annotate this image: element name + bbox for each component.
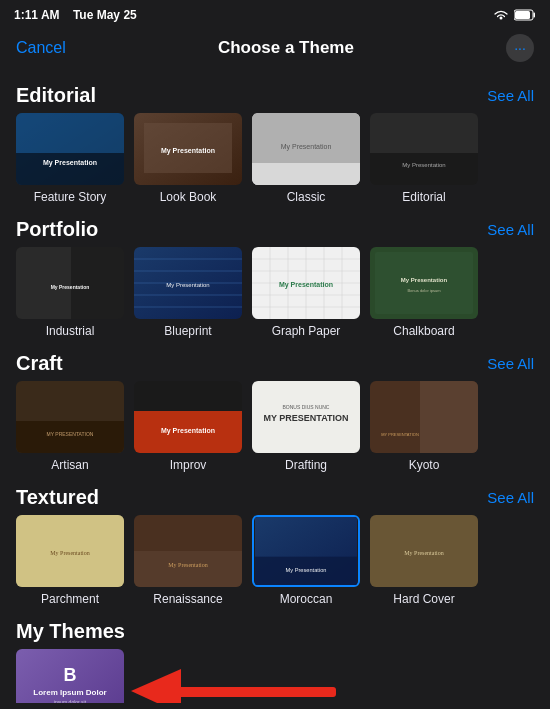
section-textured-see-all[interactable]: See All [487,489,534,506]
svg-rect-1 [534,13,536,18]
theme-blueprint[interactable]: My Presentation Blueprint [134,247,242,338]
thumb-moroccan: My Presentation [252,515,360,587]
theme-moroccan[interactable]: My Presentation Moroccan [252,515,360,606]
thumb-feature-story: My Presentation [16,113,124,185]
svg-text:My Presentation: My Presentation [168,562,208,568]
svg-text:My Presentation: My Presentation [402,162,445,168]
theme-classic-label: Classic [287,190,326,204]
nav-bar: Cancel Choose a Theme ··· [0,28,550,70]
svg-text:BONUS DIUS NUNC: BONUS DIUS NUNC [283,404,330,410]
section-portfolio-title: Portfolio [16,218,98,241]
theme-parchment[interactable]: My Presentation Parchment [16,515,124,606]
theme-custom-title: Lorem Ipsum Dolor [33,688,106,698]
thumb-industrial: My Presentation [16,247,124,319]
svg-text:My Presentation: My Presentation [281,143,332,151]
theme-chalkboard-label: Chalkboard [393,324,454,338]
theme-kyoto-label: Kyoto [409,458,440,472]
theme-artisan-label: Artisan [51,458,88,472]
svg-text:MY PRESENTATION: MY PRESENTATION [47,431,94,437]
section-textured-title: Textured [16,486,99,509]
theme-improv-label: Improv [170,458,207,472]
theme-graph-paper-label: Graph Paper [272,324,341,338]
theme-feature-story[interactable]: My Presentation Feature Story [16,113,124,204]
svg-rect-2 [515,11,530,19]
section-craft: Craft See All MY PRESENTATION Artisan [0,346,550,472]
theme-chalkboard[interactable]: My Presentation Bonus dolor ipsum Chalkb… [370,247,478,338]
svg-rect-18 [16,247,71,319]
battery-icon [514,9,536,21]
svg-text:My Presentation: My Presentation [286,567,327,573]
theme-industrial-label: Industrial [46,324,95,338]
section-editorial-see-all[interactable]: See All [487,87,534,104]
theme-editorial[interactable]: My Presentation Editorial [370,113,478,204]
svg-rect-67 [171,687,336,697]
svg-rect-15 [370,113,478,153]
thumb-blueprint: My Presentation [134,247,242,319]
more-button[interactable]: ··· [506,34,534,62]
svg-text:My Presentation: My Presentation [404,550,444,556]
section-editorial-header: Editorial See All [0,78,550,113]
thumb-artisan: MY PRESENTATION [16,381,124,453]
theme-improv[interactable]: My Presentation Improv [134,381,242,472]
thumb-improv: My Presentation [134,381,242,453]
theme-industrial[interactable]: My Presentation Industrial [16,247,124,338]
section-portfolio-see-all[interactable]: See All [487,221,534,238]
svg-text:My Presentation: My Presentation [161,427,215,435]
thumb-parchment: My Presentation [16,515,124,587]
status-bar: 1:11 AM Tue May 25 [0,0,550,28]
status-indicators [493,9,536,21]
svg-text:My Presentation: My Presentation [401,277,448,283]
theme-moroccan-label: Moroccan [280,592,333,606]
red-arrow-icon [131,669,361,703]
theme-feature-story-label: Feature Story [34,190,107,204]
svg-marker-68 [131,669,181,703]
craft-theme-row: MY PRESENTATION Artisan My Presentation … [0,381,550,472]
svg-rect-44 [16,421,124,453]
theme-kyoto[interactable]: MY PRESENTATION Kyoto [370,381,478,472]
theme-editorial-label: Editorial [402,190,445,204]
svg-text:My Presentation: My Presentation [51,284,90,290]
theme-artisan[interactable]: MY PRESENTATION Artisan [16,381,124,472]
section-craft-see-all[interactable]: See All [487,355,534,372]
thumb-graph-paper: My Presentation [252,247,360,319]
section-my-themes-header: My Themes [0,614,550,649]
section-textured-header: Textured See All [0,480,550,515]
theme-hard-cover-label: Hard Cover [393,592,454,606]
thumb-kyoto: MY PRESENTATION [370,381,478,453]
textured-theme-row: My Presentation Parchment My Presentatio… [0,515,550,606]
theme-classic[interactable]: My Presentation Classic [252,113,360,204]
svg-text:My Presentation: My Presentation [166,282,209,288]
page-title: Choose a Theme [218,38,354,58]
theme-hard-cover[interactable]: My Presentation Hard Cover [370,515,478,606]
editorial-theme-row: My Presentation Feature Story [0,113,550,204]
svg-rect-59 [134,551,242,587]
section-craft-title: Craft [16,352,63,375]
theme-blueprint-label: Blueprint [164,324,211,338]
theme-renaissance-label: Renaissance [153,592,222,606]
section-editorial-title: Editorial [16,84,96,107]
section-my-themes-title: My Themes [16,620,125,643]
thumb-look-book: My Presentation [134,113,242,185]
section-textured: Textured See All My Presentation Parchme… [0,480,550,606]
thumb-chalkboard: My Presentation Bonus dolor ipsum [370,247,478,319]
theme-drafting[interactable]: BONUS DIUS NUNC MY PRESENTATION Drafting [252,381,360,472]
svg-text:My Presentation: My Presentation [161,147,215,155]
svg-text:My Presentation: My Presentation [279,281,333,289]
theme-look-book-label: Look Book [160,190,217,204]
theme-lorem-ipsum[interactable]: B Lorem Ipsum Dolor ipsum dolor sit Lore… [16,649,124,703]
svg-rect-4 [16,113,124,153]
arrow-container [131,669,361,703]
theme-graph-paper[interactable]: My Presentation Graph Paper [252,247,360,338]
theme-custom-subtitle: ipsum dolor sit [54,699,86,703]
section-craft-header: Craft See All [0,346,550,381]
status-time: 1:11 AM Tue May 25 [14,8,137,22]
theme-look-book[interactable]: My Presentation Look Book [134,113,242,204]
theme-renaissance[interactable]: My Presentation Renaissance [134,515,242,606]
thumb-hard-cover: My Presentation [370,515,478,587]
section-portfolio-header: Portfolio See All [0,212,550,247]
wifi-icon [493,9,509,21]
svg-text:MY PRESENTATION: MY PRESENTATION [381,432,419,437]
theme-drafting-label: Drafting [285,458,327,472]
svg-rect-11 [252,113,360,163]
cancel-button[interactable]: Cancel [16,39,66,57]
